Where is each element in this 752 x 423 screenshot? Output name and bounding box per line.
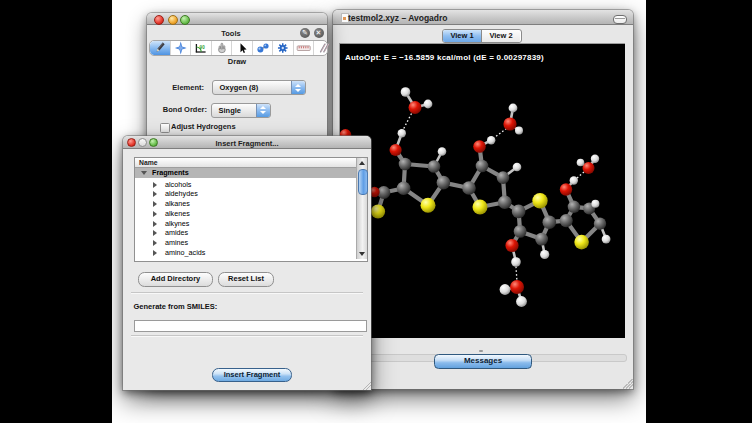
svg-text:90: 90 (200, 45, 206, 50)
